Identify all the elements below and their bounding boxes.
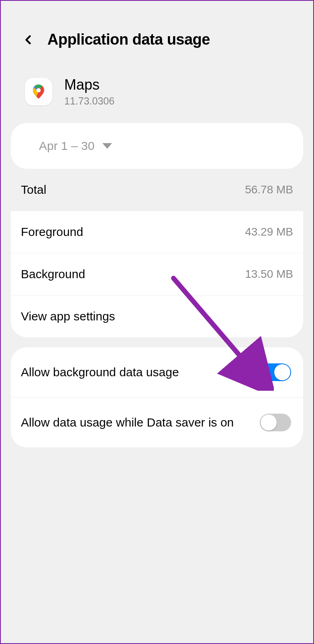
back-icon[interactable] (21, 33, 35, 47)
svg-point-0 (37, 88, 41, 92)
data-saver-label: Allow data usage while Data saver is on (21, 414, 260, 431)
app-name: Maps (64, 76, 114, 93)
toggle-card: Allow background data usage Allow data u… (11, 347, 303, 447)
background-data-label: Allow background data usage (21, 364, 260, 381)
date-range-selector[interactable]: Apr 1 – 30 (11, 123, 303, 169)
foreground-label: Foreground (21, 225, 83, 239)
foreground-value: 43.29 MB (245, 226, 293, 238)
foreground-row: Foreground 43.29 MB (11, 211, 303, 253)
page-title: Application data usage (47, 31, 210, 48)
background-label: Background (21, 267, 85, 281)
background-data-toggle[interactable] (260, 363, 291, 381)
dropdown-icon (102, 143, 112, 149)
total-value: 56.78 MB (245, 183, 293, 196)
total-label: Total (21, 183, 46, 197)
maps-app-icon (25, 78, 52, 105)
background-value: 13.50 MB (245, 268, 293, 281)
header: Application data usage (1, 1, 313, 64)
data-saver-row: Allow data usage while Data saver is on (11, 398, 303, 447)
background-row: Background 13.50 MB (11, 253, 303, 295)
view-app-settings[interactable]: View app settings (11, 295, 303, 337)
app-info: Maps 11.73.0306 (1, 64, 313, 119)
toggle-knob (274, 364, 290, 380)
date-range-text: Apr 1 – 30 (39, 139, 94, 153)
total-row: Total 56.78 MB (11, 169, 303, 211)
background-data-row: Allow background data usage (11, 347, 303, 398)
data-saver-toggle[interactable] (260, 414, 291, 431)
toggle-knob (261, 414, 277, 431)
stats-card: Total 56.78 MB Foreground 43.29 MB Backg… (11, 169, 303, 337)
app-version: 11.73.0306 (64, 95, 114, 107)
